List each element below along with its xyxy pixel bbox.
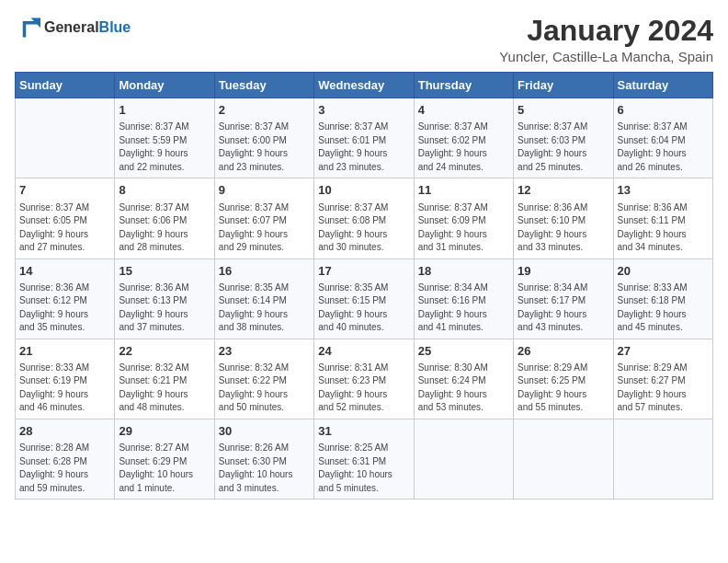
day-info: Sunrise: 8:28 AM Sunset: 6:28 PM Dayligh… [19,442,110,495]
calendar-cell: 20Sunrise: 8:33 AM Sunset: 6:18 PM Dayli… [613,259,712,339]
calendar-cell: 29Sunrise: 8:27 AM Sunset: 6:29 PM Dayli… [115,419,214,499]
calendar-cell: 16Sunrise: 8:35 AM Sunset: 6:14 PM Dayli… [214,259,313,339]
page-header: GeneralBlue January 2024 Yuncler, Castil… [15,15,713,64]
calendar-week-row: 1Sunrise: 8:37 AM Sunset: 5:59 PM Daylig… [16,98,713,178]
weekday-header-wednesday: Wednesday [314,73,414,98]
calendar-cell [16,98,115,178]
location-subtitle: Yuncler, Castille-La Mancha, Spain [499,49,713,64]
calendar-week-row: 14Sunrise: 8:36 AM Sunset: 6:12 PM Dayli… [16,259,713,339]
weekday-header-monday: Monday [115,73,214,98]
day-info: Sunrise: 8:37 AM Sunset: 6:09 PM Dayligh… [418,201,509,255]
day-info: Sunrise: 8:36 AM Sunset: 6:10 PM Dayligh… [518,201,609,255]
day-number: 31 [318,423,409,440]
day-info: Sunrise: 8:31 AM Sunset: 6:23 PM Dayligh… [318,362,409,415]
day-number: 15 [119,263,210,280]
day-number: 22 [119,343,210,360]
day-info: Sunrise: 8:37 AM Sunset: 6:05 PM Dayligh… [19,201,110,255]
calendar-cell: 26Sunrise: 8:29 AM Sunset: 6:25 PM Dayli… [514,339,613,419]
day-info: Sunrise: 8:36 AM Sunset: 6:12 PM Dayligh… [19,282,110,335]
logo: GeneralBlue [15,15,131,40]
calendar-week-row: 7Sunrise: 8:37 AM Sunset: 6:05 PM Daylig… [16,178,713,259]
day-info: Sunrise: 8:37 AM Sunset: 6:00 PM Dayligh… [219,121,310,174]
day-info: Sunrise: 8:26 AM Sunset: 6:30 PM Dayligh… [219,442,310,495]
day-info: Sunrise: 8:36 AM Sunset: 6:13 PM Dayligh… [119,282,210,335]
calendar-cell: 9Sunrise: 8:37 AM Sunset: 6:07 PM Daylig… [214,178,313,259]
calendar-cell: 30Sunrise: 8:26 AM Sunset: 6:30 PM Dayli… [214,419,313,499]
calendar-cell: 2Sunrise: 8:37 AM Sunset: 6:00 PM Daylig… [214,98,313,178]
day-number: 3 [318,102,409,119]
weekday-header-saturday: Saturday [613,73,712,98]
day-info: Sunrise: 8:32 AM Sunset: 6:21 PM Dayligh… [119,362,210,415]
day-info: Sunrise: 8:37 AM Sunset: 6:07 PM Dayligh… [219,201,310,255]
title-area: January 2024 Yuncler, Castille-La Mancha… [499,15,713,64]
day-info: Sunrise: 8:37 AM Sunset: 6:03 PM Dayligh… [518,121,609,174]
day-number: 19 [518,263,609,280]
calendar-cell: 28Sunrise: 8:28 AM Sunset: 6:28 PM Dayli… [16,419,115,499]
day-number: 26 [518,343,609,360]
day-number: 27 [618,343,709,360]
weekday-header-row: SundayMondayTuesdayWednesdayThursdayFrid… [16,73,713,98]
calendar-cell: 23Sunrise: 8:32 AM Sunset: 6:22 PM Dayli… [214,339,313,419]
calendar-cell: 10Sunrise: 8:37 AM Sunset: 6:08 PM Dayli… [314,178,414,259]
day-info: Sunrise: 8:37 AM Sunset: 6:06 PM Dayligh… [119,201,210,255]
calendar-cell: 6Sunrise: 8:37 AM Sunset: 6:04 PM Daylig… [613,98,712,178]
day-info: Sunrise: 8:37 AM Sunset: 6:01 PM Dayligh… [318,121,409,174]
calendar-week-row: 21Sunrise: 8:33 AM Sunset: 6:19 PM Dayli… [16,339,713,419]
day-number: 10 [318,182,409,199]
calendar-cell: 12Sunrise: 8:36 AM Sunset: 6:10 PM Dayli… [514,178,613,259]
logo-icon [15,15,40,40]
weekday-header-tuesday: Tuesday [214,73,313,98]
calendar-table: SundayMondayTuesdayWednesdayThursdayFrid… [15,72,713,500]
day-number: 24 [318,343,409,360]
day-info: Sunrise: 8:34 AM Sunset: 6:17 PM Dayligh… [518,282,609,335]
day-info: Sunrise: 8:33 AM Sunset: 6:19 PM Dayligh… [19,362,110,415]
calendar-cell: 5Sunrise: 8:37 AM Sunset: 6:03 PM Daylig… [514,98,613,178]
logo-general-text: General [44,19,99,35]
calendar-cell: 25Sunrise: 8:30 AM Sunset: 6:24 PM Dayli… [414,339,513,419]
day-number: 14 [19,263,110,280]
day-number: 4 [418,102,509,119]
calendar-cell: 3Sunrise: 8:37 AM Sunset: 6:01 PM Daylig… [314,98,414,178]
day-number: 7 [19,182,110,199]
calendar-cell: 27Sunrise: 8:29 AM Sunset: 6:27 PM Dayli… [613,339,712,419]
day-number: 18 [418,263,509,280]
day-number: 29 [119,423,210,440]
calendar-cell: 18Sunrise: 8:34 AM Sunset: 6:16 PM Dayli… [414,259,513,339]
calendar-cell: 31Sunrise: 8:25 AM Sunset: 6:31 PM Dayli… [314,419,414,499]
weekday-header-friday: Friday [514,73,613,98]
calendar-cell: 7Sunrise: 8:37 AM Sunset: 6:05 PM Daylig… [16,178,115,259]
calendar-cell: 14Sunrise: 8:36 AM Sunset: 6:12 PM Dayli… [16,259,115,339]
calendar-cell: 8Sunrise: 8:37 AM Sunset: 6:06 PM Daylig… [115,178,214,259]
day-info: Sunrise: 8:32 AM Sunset: 6:22 PM Dayligh… [219,362,310,415]
calendar-cell: 11Sunrise: 8:37 AM Sunset: 6:09 PM Dayli… [414,178,513,259]
calendar-cell: 22Sunrise: 8:32 AM Sunset: 6:21 PM Dayli… [115,339,214,419]
calendar-cell: 21Sunrise: 8:33 AM Sunset: 6:19 PM Dayli… [16,339,115,419]
day-info: Sunrise: 8:35 AM Sunset: 6:15 PM Dayligh… [318,282,409,335]
calendar-cell: 4Sunrise: 8:37 AM Sunset: 6:02 PM Daylig… [414,98,513,178]
calendar-cell: 19Sunrise: 8:34 AM Sunset: 6:17 PM Dayli… [514,259,613,339]
calendar-week-row: 28Sunrise: 8:28 AM Sunset: 6:28 PM Dayli… [16,419,713,499]
day-number: 6 [618,102,709,119]
day-info: Sunrise: 8:34 AM Sunset: 6:16 PM Dayligh… [418,282,509,335]
calendar-cell [414,419,513,499]
logo-text-block: GeneralBlue [44,19,131,36]
day-info: Sunrise: 8:30 AM Sunset: 6:24 PM Dayligh… [418,362,509,415]
day-number: 23 [219,343,310,360]
day-info: Sunrise: 8:29 AM Sunset: 6:25 PM Dayligh… [518,362,609,415]
day-info: Sunrise: 8:35 AM Sunset: 6:14 PM Dayligh… [219,282,310,335]
day-number: 13 [618,182,709,199]
day-number: 2 [219,102,310,119]
day-number: 20 [618,263,709,280]
day-info: Sunrise: 8:37 AM Sunset: 6:08 PM Dayligh… [318,201,409,255]
day-info: Sunrise: 8:36 AM Sunset: 6:11 PM Dayligh… [618,201,709,255]
day-number: 21 [19,343,110,360]
day-info: Sunrise: 8:29 AM Sunset: 6:27 PM Dayligh… [618,362,709,415]
day-number: 30 [219,423,310,440]
logo-general: GeneralBlue [44,19,131,36]
day-info: Sunrise: 8:25 AM Sunset: 6:31 PM Dayligh… [318,442,409,495]
day-number: 12 [518,182,609,199]
day-number: 25 [418,343,509,360]
calendar-cell: 1Sunrise: 8:37 AM Sunset: 5:59 PM Daylig… [115,98,214,178]
logo-blue-text: Blue [99,19,131,35]
day-info: Sunrise: 8:37 AM Sunset: 6:04 PM Dayligh… [618,121,709,174]
